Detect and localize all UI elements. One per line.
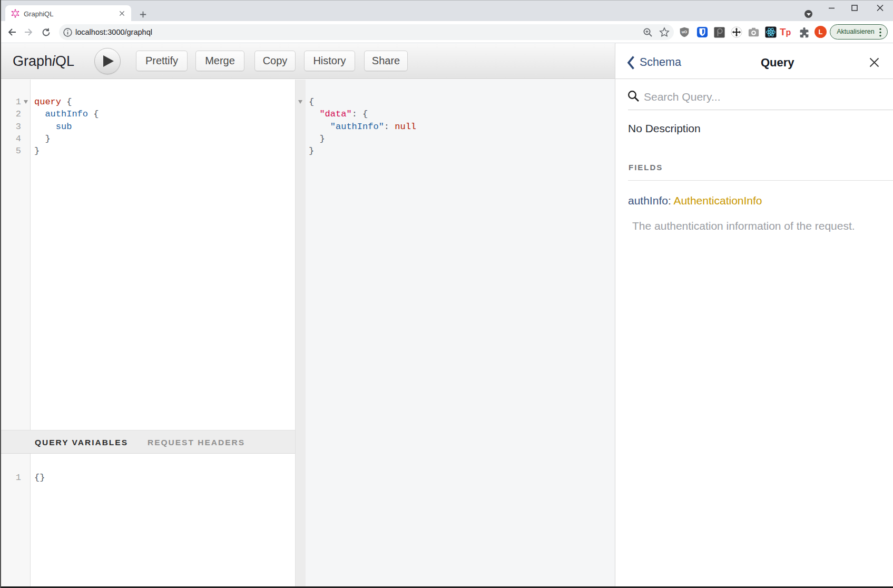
svg-text:uO: uO [682,30,688,34]
